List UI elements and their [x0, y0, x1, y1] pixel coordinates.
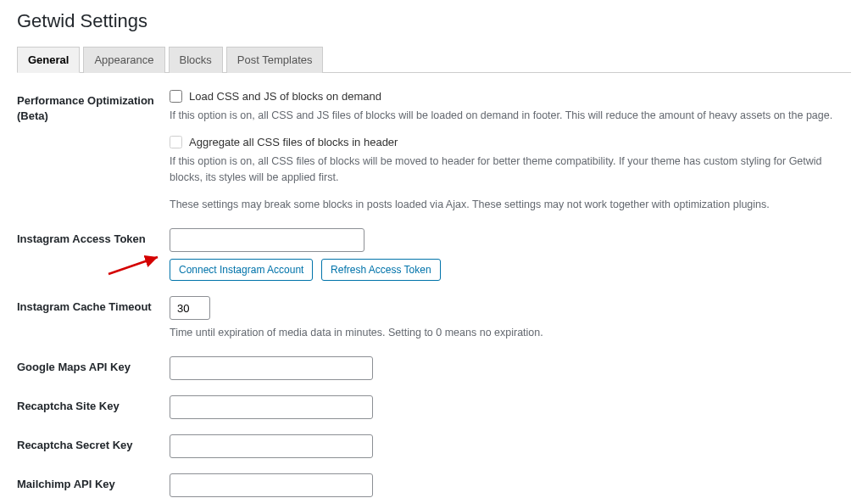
- recaptcha-site-label: Recaptcha Site Key: [17, 395, 170, 414]
- aggregate-css-checkbox[interactable]: [170, 136, 182, 148]
- connect-instagram-button[interactable]: Connect Instagram Account: [170, 259, 313, 281]
- arrow-icon: [107, 252, 166, 277]
- instagram-cache-label: Instagram Cache Timeout: [17, 296, 170, 315]
- instagram-token-input[interactable]: [170, 228, 364, 252]
- recaptcha-secret-key-input[interactable]: [170, 434, 373, 458]
- tab-appearance[interactable]: Appearance: [83, 47, 164, 73]
- perf-note: These settings may break some blocks in …: [170, 197, 851, 213]
- gmaps-label: Google Maps API Key: [17, 356, 170, 375]
- instagram-cache-input[interactable]: [170, 296, 210, 320]
- refresh-token-button[interactable]: Refresh Access Token: [321, 259, 441, 281]
- load-on-demand-label: Load CSS and JS of blocks on demand: [189, 90, 381, 103]
- gmaps-api-key-input[interactable]: [170, 356, 373, 380]
- tab-post-templates[interactable]: Post Templates: [226, 47, 324, 73]
- instagram-cache-desc: Time until expiration of media data in m…: [170, 325, 851, 341]
- tabs: General Appearance Blocks Post Templates: [17, 46, 851, 73]
- tab-general[interactable]: General: [17, 47, 80, 73]
- aggregate-css-label: Aggregate all CSS files of blocks in hea…: [189, 136, 398, 148]
- mailchimp-label: Mailchimp API Key: [17, 473, 170, 492]
- recaptcha-site-key-input[interactable]: [170, 395, 373, 419]
- page-title: Getwid Settings: [17, 10, 851, 32]
- tab-blocks[interactable]: Blocks: [169, 47, 223, 73]
- recaptcha-secret-label: Recaptcha Secret Key: [17, 434, 170, 453]
- svg-line-0: [108, 257, 158, 274]
- instagram-token-label: Instagram Access Token: [17, 228, 170, 247]
- load-on-demand-checkbox[interactable]: [170, 90, 182, 103]
- load-on-demand-desc: If this option is on, all CSS and JS fil…: [170, 108, 851, 124]
- aggregate-css-desc: If this option is on, all CSS files of b…: [170, 154, 851, 186]
- mailchimp-api-key-input[interactable]: [170, 473, 373, 497]
- perf-opt-label: Performance Optimization (Beta): [17, 90, 170, 124]
